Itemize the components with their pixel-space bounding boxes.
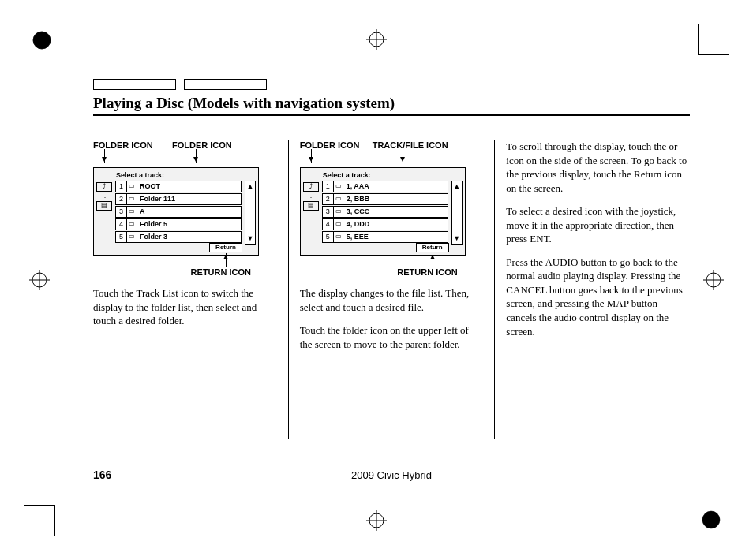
paragraph: Press the AUDIO button to go back to the… (506, 256, 690, 338)
panel-title: Select a track: (116, 170, 164, 180)
scroll-down-icon[interactable]: ▼ (452, 233, 462, 244)
scroll-up-icon[interactable]: ▲ (452, 181, 462, 192)
svg-point-14 (702, 511, 720, 528)
registration-mark (366, 29, 387, 50)
label-folder-icon-right: FOLDER ICON (172, 140, 232, 151)
row-number: 4 (116, 219, 127, 230)
label-folder-icon: FOLDER ICON (300, 140, 360, 151)
label-return-icon: RETURN ICON (397, 267, 457, 278)
track-list: 1▭ROOT2▭Folder 1113▭A4▭Folder 55▭Folder … (115, 181, 242, 244)
registration-mark (703, 270, 724, 290)
row-text: 4, DDD (347, 219, 370, 229)
arrow-down-icon (196, 149, 197, 163)
scrollbar[interactable]: ▲ ▼ (245, 181, 256, 245)
paragraph: The display changes to the file list. Th… (300, 286, 484, 314)
list-row[interactable]: 5▭Folder 3 (115, 231, 242, 243)
page-number: 166 (93, 469, 111, 481)
row-number: 1 (116, 181, 127, 192)
screen-panel: Select a track: ⤴ ⋮ ▤ 1▭1, AAA2▭2, BBB3▭… (300, 167, 466, 256)
screen-panel: Select a track: ⤴ ⋮ ▤ 1▭ROOT2▭Folder 111… (93, 167, 259, 256)
paragraph: To scroll through the display, touch the… (506, 140, 690, 195)
folder-tree-icon[interactable]: ▤ (96, 201, 112, 211)
row-text: 5, EEE (347, 232, 369, 241)
label-folder-icon-left: FOLDER ICON (93, 140, 153, 151)
track-list: 1▭1, AAA2▭2, BBB3▭3, CCC4▭4, DDD5▭5, EEE (322, 181, 448, 244)
starburst-icon (701, 510, 721, 530)
column-2: FOLDER ICON TRACK/FILE ICON Select a tra… (289, 140, 495, 439)
arrow-up-icon (433, 253, 433, 267)
folder-tree-icon[interactable]: ▤ (303, 201, 319, 211)
row-text: Folder 5 (140, 219, 167, 229)
arrow-down-icon (311, 149, 312, 163)
return-button[interactable]: Return (416, 243, 449, 252)
file-icon: ▭ (335, 220, 345, 229)
diagram-folder-list: FOLDER ICON FOLDER ICON Select a track: … (93, 140, 267, 274)
label-track-file-icon: TRACK/FILE ICON (373, 140, 448, 151)
folder-icon: ▭ (129, 195, 138, 203)
list-row[interactable]: 1▭ROOT (115, 181, 242, 192)
row-text: 2, BBB (347, 194, 370, 203)
list-row[interactable]: 3▭A (115, 206, 242, 218)
return-button[interactable]: Return (209, 243, 242, 252)
tab-box (93, 79, 176, 90)
folder-up-icon[interactable]: ⤴ (96, 182, 112, 192)
list-row[interactable]: 2▭Folder 111 (115, 193, 242, 205)
side-icons: ⤴ ⋮ ▤ (96, 182, 114, 214)
list-row[interactable]: 2▭2, BBB (322, 193, 448, 205)
page-content: Playing a Disc (Models with navigation s… (93, 79, 690, 481)
scroll-down-icon[interactable]: ▼ (245, 233, 255, 244)
row-text: ROOT (140, 181, 160, 191)
folder-icon: ▭ (129, 182, 138, 191)
column-3: To scroll through the display, touch the… (495, 140, 690, 439)
registration-mark (366, 510, 387, 531)
scroll-track[interactable] (452, 192, 462, 233)
folder-icon: ▭ (129, 207, 138, 216)
paragraph: To select a desired icon with the joysti… (506, 204, 690, 246)
row-text: Folder 3 (140, 232, 167, 241)
cropmark-top-right (698, 24, 729, 55)
scroll-track[interactable] (245, 192, 255, 233)
row-number: 2 (323, 194, 334, 204)
list-row[interactable]: 4▭Folder 5 (115, 218, 242, 230)
folder-up-icon[interactable]: ⤴ (303, 182, 319, 192)
row-number: 1 (323, 181, 334, 192)
registration-mark (29, 270, 50, 290)
page-title: Playing a Disc (Models with navigation s… (93, 95, 690, 116)
scroll-up-icon[interactable]: ▲ (245, 181, 255, 192)
row-number: 2 (116, 194, 127, 204)
row-number: 4 (323, 219, 334, 230)
row-number: 3 (323, 207, 334, 217)
row-text: 1, AAA (347, 181, 369, 191)
tab-box (184, 79, 267, 90)
scrollbar[interactable]: ▲ ▼ (451, 181, 463, 245)
column-1: FOLDER ICON FOLDER ICON Select a track: … (93, 140, 288, 439)
dots-icon: ⋮ (96, 195, 114, 201)
file-icon: ▭ (335, 195, 345, 203)
arrow-down-icon (403, 149, 403, 163)
row-number: 5 (116, 232, 127, 242)
panel-title: Select a track: (323, 170, 371, 180)
model-year: 2009 Civic Hybrid (351, 469, 432, 481)
folder-icon: ▭ (129, 220, 138, 229)
arrow-up-icon (226, 253, 227, 267)
row-number: 3 (116, 207, 127, 217)
label-return-icon: RETURN ICON (191, 267, 251, 278)
file-icon: ▭ (335, 233, 345, 241)
row-number: 5 (323, 232, 334, 242)
dots-icon: ⋮ (303, 195, 320, 201)
row-text: 3, CCC (347, 207, 370, 216)
list-row[interactable]: 4▭4, DDD (322, 218, 448, 230)
paragraph: Touch the folder icon on the upper left … (300, 323, 484, 351)
arrow-down-icon (104, 149, 105, 163)
page-footer: 166 2009 Civic Hybrid (93, 469, 690, 481)
cropmark-bottom-left (24, 505, 55, 536)
list-row[interactable]: 1▭1, AAA (322, 181, 448, 192)
list-row[interactable]: 5▭5, EEE (322, 231, 448, 243)
folder-icon: ▭ (129, 233, 138, 241)
file-icon: ▭ (335, 182, 345, 191)
row-text: A (140, 207, 145, 216)
side-icons: ⤴ ⋮ ▤ (303, 182, 320, 214)
list-row[interactable]: 3▭3, CCC (322, 206, 448, 218)
row-text: Folder 111 (140, 194, 175, 203)
starburst-icon (32, 30, 52, 50)
